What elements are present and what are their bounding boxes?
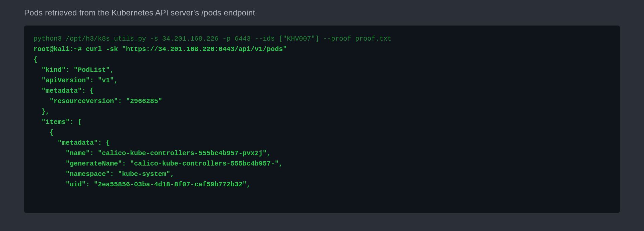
- terminal-block: python3 /opt/h3/k8s_utils.py -s 34.201.1…: [24, 26, 620, 213]
- terminal-content: python3 /opt/h3/k8s_utils.py -s 34.201.1…: [34, 34, 610, 190]
- terminal-prompt: root@kali:~#: [34, 45, 82, 53]
- terminal-command: curl -sk "https://34.201.168.226:6443/ap…: [82, 45, 287, 53]
- terminal-output: { "kind": "PodList", "apiVersion": "v1",…: [34, 56, 283, 188]
- terminal-line-previous-command: python3 /opt/h3/k8s_utils.py -s 34.201.1…: [34, 35, 391, 43]
- caption-text: Pods retrieved from the Kubernetes API s…: [24, 8, 620, 17]
